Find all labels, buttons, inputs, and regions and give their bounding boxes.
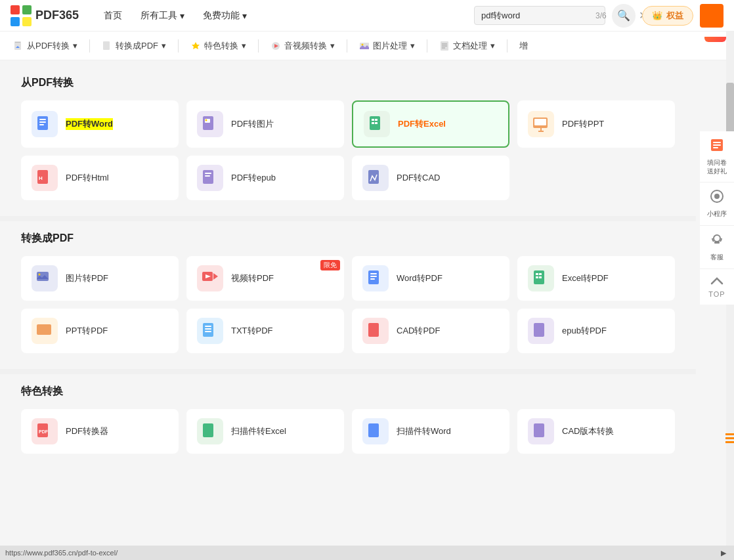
cad-to-pdf-icon [362, 318, 389, 344]
crown-icon: 👑 [652, 11, 662, 20]
pdf-to-image-name: PDF转图片 [231, 118, 274, 130]
scan-to-excel-icon [197, 418, 223, 444]
service-icon [710, 232, 724, 250]
orange-lines [725, 433, 727, 445]
tool-pdf-to-image[interactable]: PDF转图片 [186, 100, 344, 148]
svg-rect-55 [205, 328, 211, 330]
sidebar-survey-btn[interactable]: 填问卷送好礼 [700, 131, 734, 183]
tool-excel-to-pdf[interactable]: Excel转PDF [517, 256, 675, 301]
svg-rect-1 [22, 5, 32, 14]
tool-pdf-to-epub[interactable]: PDF转epub [186, 156, 344, 200]
svg-rect-19 [39, 124, 44, 125]
tool-cad-version[interactable]: CAD版本转换 [517, 409, 675, 454]
svg-point-39 [39, 274, 41, 276]
svg-point-22 [205, 119, 207, 121]
tool-scan-to-excel[interactable]: 扫描件转Excel [186, 409, 344, 454]
tool-pdf-to-ppt[interactable]: PDF转PPT [517, 100, 675, 148]
vip-button[interactable]: 👑 权益 [642, 6, 693, 26]
cad-version-icon [528, 418, 554, 444]
toolbar-av[interactable]: 音视频转换 ▾ [263, 36, 343, 56]
tool-epub-to-pdf[interactable]: epub转PDF [517, 309, 675, 353]
svg-rect-53 [203, 323, 213, 337]
sidebar-miniprogram-btn[interactable]: 小程序 [700, 183, 734, 226]
pdf-to-image-icon [197, 111, 223, 137]
svg-rect-67 [713, 147, 718, 148]
toolbar-divider-2 [178, 39, 179, 53]
section-special-title: 特色转换 [21, 385, 675, 398]
miniprogram-label: 小程序 [707, 209, 727, 219]
pdf-to-cad-icon [362, 165, 389, 191]
orange-line-2 [725, 437, 734, 439]
toolbar-to-pdf[interactable]: 转换成PDF ▾ [94, 36, 174, 56]
tool-pdf-to-html[interactable]: H PDF转Html [21, 156, 179, 200]
ppt-to-pdf-name: PPT转PDF [66, 325, 108, 337]
svg-text:H: H [39, 175, 43, 181]
special-grid: PDF PDF转换器 扫描件转Excel 扫描件转Word [21, 409, 675, 454]
nav-free[interactable]: 免费功能 ▾ [194, 0, 256, 32]
logo[interactable]: PDF365 [11, 5, 79, 26]
toolbar-divider-4 [347, 39, 347, 53]
svg-rect-5 [15, 42, 20, 43]
toolbar-from-pdf[interactable]: 从PDF转换 ▾ [5, 36, 85, 56]
user-avatar[interactable] [700, 4, 723, 28]
svg-rect-2 [11, 17, 20, 26]
tool-cad-to-pdf[interactable]: CAD转PDF [352, 309, 509, 353]
tool-img-to-pdf[interactable]: 图片转PDF [21, 256, 179, 301]
epub-to-pdf-icon [528, 318, 554, 344]
ling-button[interactable]: 领取 [704, 37, 726, 42]
toolbar: 从PDF转换 ▾ 转换成PDF ▾ 特色转换 ▾ 音视频转换 ▾ 图片处理 ▾ … [0, 32, 734, 60]
top-up-icon [710, 276, 724, 288]
tool-pdf-to-excel[interactable]: PDF转Excel [352, 100, 509, 148]
nav-all-tools[interactable]: 所有工具 ▾ [131, 0, 194, 32]
chevron-down-icon: ▾ [490, 41, 495, 51]
excel-to-pdf-name: Excel转PDF [562, 272, 609, 284]
svg-rect-6 [103, 41, 110, 50]
toolbar-divider-6 [507, 39, 507, 53]
svg-rect-56 [205, 331, 211, 332]
video-to-pdf-icon [197, 265, 223, 291]
search-input[interactable] [481, 11, 592, 20]
av-icon [270, 41, 281, 51]
search-button[interactable]: 🔍 [612, 4, 636, 28]
tool-pdf-converter[interactable]: PDF PDF转换器 [21, 409, 179, 454]
svg-rect-3 [22, 17, 32, 26]
special-icon [190, 41, 201, 51]
orange-line-3 [725, 441, 734, 443]
section-special: 特色转换 PDF PDF转换器 扫描件转Excel 扫描件 [21, 385, 675, 454]
main-content: 从PDF转换 PDF转Word PDF转图片 PDF转E [0, 60, 696, 520]
svg-rect-36 [205, 175, 210, 177]
tool-pdf-to-word[interactable]: PDF转Word [21, 100, 179, 148]
toolbar-special[interactable]: 特色转换 ▾ [183, 36, 254, 56]
svg-rect-52 [37, 324, 51, 335]
section-to-pdf: 转换成PDF 图片转PDF 视频转PDF 限免 [21, 232, 675, 353]
tool-scan-to-word[interactable]: 扫描件转Word [352, 409, 509, 454]
toolbar-doc[interactable]: 文档处理 ▾ [431, 36, 503, 56]
top-label: TOP [708, 290, 725, 298]
txt-to-pdf-icon [197, 318, 223, 344]
svg-rect-51 [539, 276, 542, 278]
svg-marker-7 [192, 42, 200, 49]
tool-pdf-to-cad[interactable]: PDF转CAD [352, 156, 509, 200]
svg-rect-27 [375, 122, 378, 124]
from-pdf-icon [13, 41, 24, 51]
img-to-pdf-name: 图片转PDF [66, 272, 108, 284]
video-to-pdf-name: 视频转PDF [231, 272, 274, 284]
toolbar-image[interactable]: 图片处理 ▾ [351, 36, 423, 56]
tool-ppt-to-pdf[interactable]: PPT转PDF [21, 309, 179, 353]
section-to-pdf-title: 转换成PDF [21, 232, 675, 246]
cad-version-name: CAD版本转换 [562, 425, 614, 437]
svg-point-70 [714, 235, 720, 242]
tool-txt-to-pdf[interactable]: TXT转PDF [186, 309, 344, 353]
sidebar-service-btn[interactable]: 客服 [700, 226, 734, 269]
sidebar-top-btn[interactable]: TOP [700, 269, 734, 305]
svg-rect-46 [370, 278, 375, 280]
tool-word-to-pdf[interactable]: Word转PDF [352, 256, 509, 301]
tool-video-to-pdf[interactable]: 视频转PDF 限免 [186, 256, 344, 301]
pdf-to-html-name: PDF转Html [66, 172, 109, 184]
svg-rect-49 [539, 273, 542, 275]
pdf-converter-icon: PDF [32, 418, 58, 444]
toolbar-more[interactable]: 增 [511, 36, 536, 56]
chevron-down-icon: ▾ [410, 41, 415, 51]
chevron-down-icon: ▾ [242, 11, 247, 21]
nav-home[interactable]: 首页 [95, 0, 131, 32]
